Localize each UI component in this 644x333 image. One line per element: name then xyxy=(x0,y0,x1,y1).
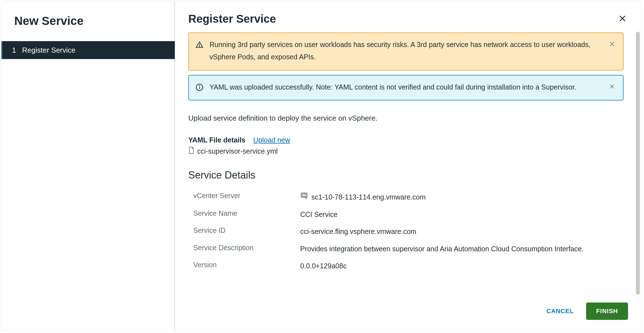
info-alert: YAML was uploaded successfully. Note: YA… xyxy=(188,75,624,101)
detail-label: vCenter Server xyxy=(188,192,300,200)
uploaded-file: cci-supervisor-service.yml xyxy=(188,146,624,156)
vcenter-server-value: sc1-10-78-113-114.eng.vmware.com xyxy=(311,192,426,203)
detail-label: Service Name xyxy=(188,209,300,217)
warning-alert: Running 3rd party services on user workl… xyxy=(188,32,624,71)
wizard-step-register-service[interactable]: 1 Register Service xyxy=(1,41,175,59)
scrollbar[interactable] xyxy=(636,32,640,295)
wizard-footer: CANCEL FINISH xyxy=(188,296,628,320)
content-header: Register Service xyxy=(188,13,628,25)
file-icon xyxy=(188,146,194,156)
file-name: cci-supervisor-service.yml xyxy=(197,147,278,155)
svg-rect-6 xyxy=(302,194,306,196)
info-text: YAML was uploaded successfully. Note: YA… xyxy=(210,81,603,93)
detail-row-service-id: Service ID cci-service.fling.vsphere.vmw… xyxy=(188,223,624,240)
info-icon xyxy=(196,83,203,91)
step-number: 1 xyxy=(12,46,22,55)
finish-button[interactable]: FINISH xyxy=(586,302,628,320)
upload-new-link[interactable]: Upload new xyxy=(253,136,290,144)
yaml-file-header: YAML File details Upload new xyxy=(188,136,624,144)
service-details-heading: Service Details xyxy=(188,169,624,181)
detail-row-service-name: Service Name CCI Service xyxy=(188,206,624,223)
detail-label: Version xyxy=(188,261,300,269)
detail-label: Service ID xyxy=(188,226,300,234)
close-icon xyxy=(609,41,615,47)
detail-value: sc1-10-78-113-114.eng.vmware.com xyxy=(300,192,624,203)
close-button[interactable] xyxy=(617,13,628,25)
yaml-file-label: YAML File details xyxy=(188,136,245,144)
new-service-dialog: New Service 1 Register Service Register … xyxy=(1,1,642,331)
warning-icon xyxy=(196,40,203,48)
wizard-content: Register Service Running 3rd party servi… xyxy=(175,1,641,331)
warning-text: Running 3rd party services on user workl… xyxy=(210,39,603,63)
wizard-title: New Service xyxy=(14,14,175,28)
close-icon xyxy=(609,83,615,90)
svg-point-1 xyxy=(199,46,200,47)
detail-row-version: Version 0.0.0+129a08c xyxy=(188,257,624,275)
detail-label: Service Description xyxy=(188,244,300,252)
service-description-value: Provides integration between supervisor … xyxy=(300,244,624,254)
detail-row-service-description: Service Description Provides integration… xyxy=(188,240,624,258)
service-id-value: cci-service.fling.vsphere.vmware.com xyxy=(300,226,624,237)
version-value: 0.0.0+129a08c xyxy=(300,261,624,271)
content-body: Running 3rd party services on user workl… xyxy=(188,32,628,296)
cancel-button[interactable]: CANCEL xyxy=(542,304,578,319)
dismiss-info-button[interactable] xyxy=(608,82,616,92)
page-title: Register Service xyxy=(188,13,276,25)
close-icon xyxy=(619,15,626,22)
wizard-sidebar: New Service 1 Register Service xyxy=(1,1,175,331)
step-label: Register Service xyxy=(22,46,76,55)
service-name-value: CCI Service xyxy=(300,209,624,220)
vcenter-icon xyxy=(300,192,308,203)
dismiss-warning-button[interactable] xyxy=(608,40,616,49)
upload-description: Upload service definition to deploy the … xyxy=(188,114,624,123)
svg-point-4 xyxy=(199,85,200,86)
detail-row-vcenter: vCenter Server sc1-10-78-113-114.eng.vmw… xyxy=(188,188,624,206)
